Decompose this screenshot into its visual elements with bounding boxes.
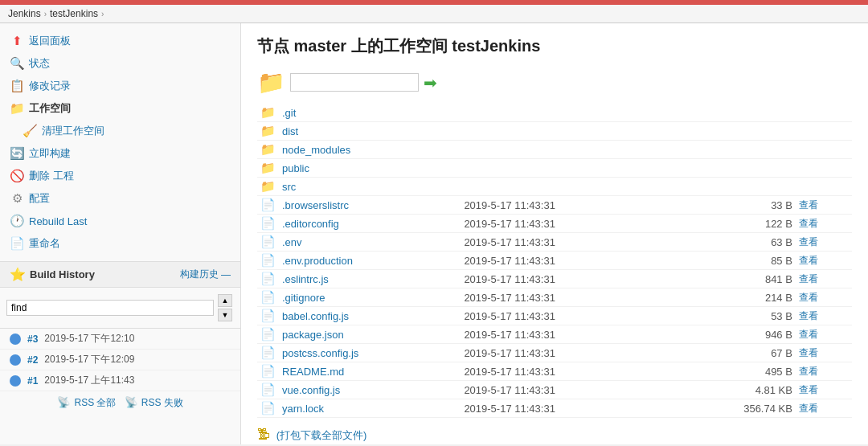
file-row[interactable]: 📄 .editorconfig 2019-5-17 11:43:31 122 B… — [257, 215, 852, 233]
folder-link[interactable]: node_modules — [282, 144, 350, 156]
file-name-cell[interactable]: yarn.lock — [279, 399, 461, 418]
file-row[interactable]: 📄 .env.production 2019-5-17 11:43:31 85 … — [257, 252, 852, 270]
file-link[interactable]: babel.config.js — [282, 310, 349, 322]
scroll-down-button[interactable]: ▼ — [218, 309, 232, 321]
file-link[interactable]: postcss.config.js — [282, 347, 358, 359]
file-link[interactable]: yarn.lock — [282, 403, 324, 415]
breadcrumb-jenkins[interactable]: Jenkins — [8, 8, 41, 19]
file-view-link[interactable]: 查看 — [799, 366, 818, 377]
build-row-2[interactable]: #2 2019-5-17 下午12:09 — [0, 350, 240, 370]
download-all-link[interactable]: (打包下载全部文件) — [276, 429, 367, 441]
scroll-up-button[interactable]: ▲ — [218, 294, 232, 307]
sidebar-item-status[interactable]: 🔍 状态 — [0, 52, 240, 75]
file-link[interactable]: .env — [282, 236, 302, 248]
file-name-cell[interactable]: .browserslistrc — [279, 196, 461, 215]
file-row[interactable]: 📄 postcss.config.js 2019-5-17 11:43:31 6… — [257, 344, 852, 362]
sidebar-item-workspace[interactable]: 📁 工作空间 — [0, 97, 240, 120]
file-actions-cell[interactable]: 查看 — [796, 399, 852, 418]
sidebar-item-rename[interactable]: 📄 重命名 — [0, 232, 240, 255]
build-history-link[interactable]: 构建历史 — — [180, 268, 231, 281]
file-view-link[interactable]: 查看 — [799, 384, 818, 395]
rss-all-link[interactable]: RSS 全部 — [74, 397, 116, 408]
build-link-1[interactable]: #1 — [27, 375, 38, 387]
file-link[interactable]: .gitignore — [282, 292, 325, 304]
file-name-cell[interactable]: dist — [279, 122, 461, 141]
file-name-cell[interactable]: babel.config.js — [279, 307, 461, 325]
file-row[interactable]: 📁 src — [257, 178, 852, 196]
file-link[interactable]: .eslintrc.js — [282, 273, 329, 285]
build-search-input[interactable] — [6, 300, 214, 316]
file-view-link[interactable]: 查看 — [799, 329, 818, 340]
file-actions-cell[interactable]: 查看 — [796, 252, 852, 270]
build-row-1[interactable]: #1 2019-5-17 上午11:43 — [0, 370, 240, 391]
file-actions-cell[interactable]: 查看 — [796, 270, 852, 288]
file-name-cell[interactable]: .editorconfig — [279, 215, 461, 233]
file-name-cell[interactable]: .env.production — [279, 252, 461, 270]
file-link[interactable]: package.json — [282, 329, 344, 341]
file-actions-cell[interactable]: 查看 — [796, 215, 852, 233]
folder-link[interactable]: public — [282, 162, 309, 174]
file-link[interactable]: README.md — [282, 366, 344, 378]
file-row[interactable]: 📄 babel.config.js 2019-5-17 11:43:31 53 … — [257, 307, 852, 325]
file-name-cell[interactable]: src — [279, 178, 461, 196]
file-row[interactable]: 📁 public — [257, 159, 852, 178]
file-view-link[interactable]: 查看 — [799, 292, 818, 303]
sidebar-item-back[interactable]: ⬆ 返回面板 — [0, 30, 240, 52]
file-view-link[interactable]: 查看 — [799, 199, 818, 211]
file-view-link[interactable]: 查看 — [799, 273, 818, 284]
file-name-cell[interactable]: node_modules — [279, 141, 461, 159]
file-row[interactable]: 📄 .gitignore 2019-5-17 11:43:31 214 B 查看 — [257, 288, 852, 307]
file-row[interactable]: 📁 node_modules — [257, 141, 852, 159]
build-row-3[interactable]: #3 2019-5-17 下午12:10 — [0, 329, 240, 350]
file-name-cell[interactable]: .env — [279, 233, 461, 252]
file-row[interactable]: 📄 vue.config.js 2019-5-17 11:43:31 4.81 … — [257, 381, 852, 399]
file-row[interactable]: 📁 dist — [257, 122, 852, 141]
file-row[interactable]: 📄 .browserslistrc 2019-5-17 11:43:31 33 … — [257, 196, 852, 215]
file-row[interactable]: 📄 README.md 2019-5-17 11:43:31 495 B 查看 — [257, 362, 852, 381]
build-link-3[interactable]: #3 — [27, 333, 38, 345]
file-link[interactable]: .editorconfig — [282, 218, 339, 230]
file-actions-cell[interactable]: 查看 — [796, 362, 852, 381]
file-view-link[interactable]: 查看 — [799, 403, 818, 414]
file-view-link[interactable]: 查看 — [799, 310, 818, 321]
file-actions-cell[interactable]: 查看 — [796, 288, 852, 307]
file-name-cell[interactable]: .eslintrc.js — [279, 270, 461, 288]
build-link-2[interactable]: #2 — [27, 354, 38, 366]
file-actions-cell[interactable]: 查看 — [796, 233, 852, 252]
sidebar-item-configure[interactable]: ⚙ 配置 — [0, 187, 240, 210]
file-actions-cell[interactable]: 查看 — [796, 196, 852, 215]
file-name-cell[interactable]: .git — [279, 104, 461, 122]
sidebar-item-delete[interactable]: 🚫 删除 工程 — [0, 165, 240, 187]
breadcrumb-testjenkins[interactable]: testJenkins — [50, 8, 98, 19]
file-link[interactable]: vue.config.js — [282, 384, 340, 396]
file-name-cell[interactable]: vue.config.js — [279, 381, 461, 399]
sidebar-item-changes[interactable]: 📋 修改记录 — [0, 75, 240, 97]
file-actions-cell[interactable]: 查看 — [796, 381, 852, 399]
file-row[interactable]: 📄 .env 2019-5-17 11:43:31 63 B 查看 — [257, 233, 852, 252]
file-row[interactable]: 📄 yarn.lock 2019-5-17 11:43:31 356.74 KB… — [257, 399, 852, 418]
file-name-cell[interactable]: .gitignore — [279, 288, 461, 307]
file-link[interactable]: .env.production — [282, 255, 353, 267]
folder-link[interactable]: .git — [282, 107, 296, 119]
folder-go-button[interactable]: ➡ — [424, 73, 437, 92]
rss-fail-link[interactable]: RSS 失败 — [141, 397, 183, 408]
file-link[interactable]: .browserslistrc — [282, 199, 349, 211]
sidebar-item-clean-workspace[interactable]: 🧹 清理工作空间 — [0, 120, 240, 142]
file-actions-cell[interactable]: 查看 — [796, 307, 852, 325]
sidebar-item-rebuild[interactable]: 🕐 Rebuild Last — [0, 210, 240, 232]
file-row[interactable]: 📄 .eslintrc.js 2019-5-17 11:43:31 841 B … — [257, 270, 852, 288]
file-view-link[interactable]: 查看 — [799, 218, 818, 229]
sidebar-item-build-now[interactable]: 🔄 立即构建 — [0, 142, 240, 165]
folder-link[interactable]: src — [282, 181, 296, 193]
file-name-cell[interactable]: postcss.config.js — [279, 344, 461, 362]
file-view-link[interactable]: 查看 — [799, 236, 818, 248]
file-row[interactable]: 📁 .git — [257, 104, 852, 122]
folder-link[interactable]: dist — [282, 125, 298, 137]
file-view-link[interactable]: 查看 — [799, 347, 818, 358]
file-name-cell[interactable]: public — [279, 159, 461, 178]
folder-path-input[interactable] — [290, 73, 419, 92]
file-actions-cell[interactable]: 查看 — [796, 325, 852, 344]
file-name-cell[interactable]: package.json — [279, 325, 461, 344]
file-row[interactable]: 📄 package.json 2019-5-17 11:43:31 946 B … — [257, 325, 852, 344]
file-view-link[interactable]: 查看 — [799, 255, 818, 266]
